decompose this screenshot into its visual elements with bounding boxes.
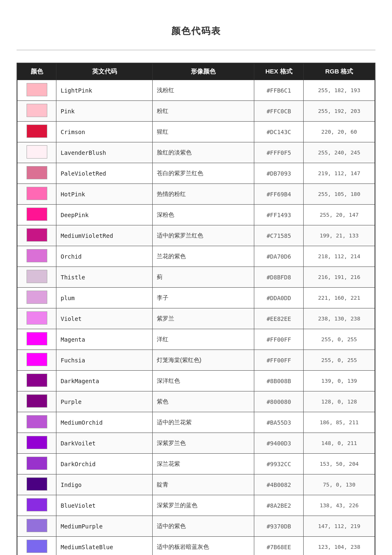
color-rgb: 138, 43, 226 [304,495,375,516]
color-rgb: 255, 0, 255 [304,329,375,350]
color-name: HotPink [56,184,153,205]
color-rgb: 75, 0, 130 [304,474,375,495]
color-name: MediumOrchid [56,412,153,433]
color-swatch [27,519,47,532]
color-swatch [27,228,47,242]
color-chinese: 紫色 [153,391,254,412]
table-row: LavenderBlush脸红的淡紫色#FFF0F5255, 240, 245 [17,142,375,163]
color-chinese: 热情的粉红 [153,184,254,205]
color-chinese: 深兰花紫 [153,454,254,474]
color-chinese: 猩红 [153,122,254,142]
color-swatch-cell [17,225,56,246]
color-hex: #8A2BE2 [254,495,304,516]
color-rgb: 220, 20, 60 [304,122,375,142]
color-hex: #FFF0F5 [254,142,304,163]
color-hex: #9400D3 [254,433,304,454]
color-rgb: 255, 0, 255 [304,350,375,371]
color-swatch [27,374,47,387]
color-rgb: 255, 182, 193 [304,80,375,101]
table-row: Pink粉红#FFC0CB255, 192, 203 [17,101,375,122]
table-row: DarkMagenta深洋红色#8B008B139, 0, 139 [17,371,375,391]
color-swatch [27,166,47,179]
table-row: HotPink热情的粉红#FF69B4255, 105, 180 [17,184,375,205]
color-name: Thistle [56,267,153,288]
color-chinese: 灯笼海棠(紫红色) [153,350,254,371]
color-name: DeepPink [56,205,153,225]
color-swatch [27,311,47,325]
color-name: Crimson [56,122,153,142]
color-name: Indigo [56,474,153,495]
color-swatch-cell [17,142,56,163]
color-swatch-cell [17,391,56,412]
color-chinese: 深洋红色 [153,371,254,391]
color-table: 颜色 英文代码 形像颜色 HEX 格式 RGB 格式 LightPink浅粉红#… [17,63,375,555]
color-chinese: 洋红 [153,329,254,350]
color-hex: #DA70D6 [254,246,304,267]
color-hex: #BA55D3 [254,412,304,433]
table-row: MediumOrchid适中的兰花紫#BA55D3186, 85, 211 [17,412,375,433]
color-swatch [27,353,47,366]
color-hex: #DC143C [254,122,304,142]
color-name: Pink [56,101,153,122]
color-rgb: 199, 21, 133 [304,225,375,246]
color-rgb: 238, 130, 238 [304,308,375,329]
color-swatch-cell [17,516,56,537]
color-chinese: 适中的紫色 [153,516,254,537]
color-rgb: 153, 50, 204 [304,454,375,474]
color-name: DarkOrchid [56,454,153,474]
color-hex: #8B008B [254,371,304,391]
header-chinese: 形像颜色 [153,63,254,80]
color-swatch-cell [17,474,56,495]
color-chinese: 适中的紫罗兰红色 [153,225,254,246]
color-chinese: 兰花的紫色 [153,246,254,267]
color-hex: #FF00FF [254,329,304,350]
color-rgb: 255, 105, 180 [304,184,375,205]
color-swatch [27,436,47,449]
table-row: MediumVioletRed适中的紫罗兰红色#C71585199, 21, 1… [17,225,375,246]
header-rgb: RGB 格式 [304,63,375,80]
color-name: Orchid [56,246,153,267]
color-swatch [27,187,47,200]
color-swatch-cell [17,371,56,391]
header-hex: HEX 格式 [254,63,304,80]
color-hex: #FFB6C1 [254,80,304,101]
color-rgb: 147, 112, 219 [304,516,375,537]
table-row: PaleVioletRed苍白的紫罗兰红色#DB7093219, 112, 14… [17,163,375,184]
color-swatch [27,125,47,138]
color-name: LavenderBlush [56,142,153,163]
color-swatch [27,457,47,470]
color-swatch [27,332,47,345]
table-row: Magenta洋红#FF00FF255, 0, 255 [17,329,375,350]
color-chinese: 粉红 [153,101,254,122]
table-row: DarkOrchid深兰花紫#9932CC153, 50, 204 [17,454,375,474]
color-chinese: 李子 [153,288,254,308]
color-name: MediumPurple [56,516,153,537]
color-swatch-cell [17,163,56,184]
color-hex: #D8BFD8 [254,267,304,288]
color-chinese: 浅粉红 [153,80,254,101]
color-rgb: 218, 112, 214 [304,246,375,267]
color-chinese: 深紫罗兰的蓝色 [153,495,254,516]
color-hex: #FF00FF [254,350,304,371]
color-name: Violet [56,308,153,329]
color-rgb: 148, 0, 211 [304,433,375,454]
color-rgb: 123, 104, 238 [304,537,375,555]
color-swatch-cell [17,329,56,350]
color-swatch [27,104,47,117]
color-swatch-cell [17,288,56,308]
color-swatch [27,249,47,262]
color-chinese: 适中的兰花紫 [153,412,254,433]
color-name: DarkMagenta [56,371,153,391]
color-rgb: 219, 112, 147 [304,163,375,184]
color-chinese: 深紫罗兰色 [153,433,254,454]
table-row: MediumPurple适中的紫色#9370DB147, 112, 219 [17,516,375,537]
color-swatch [27,208,47,221]
color-hex: #800080 [254,391,304,412]
color-rgb: 255, 240, 245 [304,142,375,163]
color-name: Purple [56,391,153,412]
color-rgb: 221, 160, 221 [304,288,375,308]
color-chinese: 适中的板岩暗蓝灰色 [153,537,254,555]
color-hex: #9932CC [254,454,304,474]
color-rgb: 216, 191, 216 [304,267,375,288]
page-title: 颜色代码表 [17,25,375,37]
